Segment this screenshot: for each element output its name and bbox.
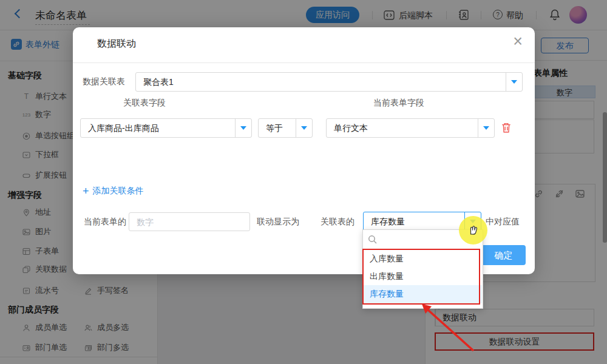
add-condition-link[interactable]: + 添加关联条件 [83, 186, 144, 197]
display-as-label: 联动显示为 [257, 217, 299, 228]
chevron-down-icon [235, 119, 251, 137]
relation-table-label: 数据关联表 [83, 76, 125, 87]
chevron-down-icon [478, 119, 494, 137]
condition-operator-select[interactable]: 等于 [258, 118, 313, 138]
condition-relation-field-select[interactable]: 入库商品-出库商品 [80, 118, 252, 138]
plus-icon: + [83, 186, 89, 197]
condition-current-field-select[interactable]: 单行文本 [326, 118, 495, 138]
divider [73, 62, 535, 63]
relation-of-label: 关联表的 [320, 217, 354, 228]
current-field-input[interactable] [129, 212, 250, 231]
close-icon[interactable]: × [513, 33, 523, 50]
delete-condition-icon[interactable] [501, 122, 512, 133]
suffix-label: 中对应值 [486, 217, 520, 228]
current-field-input-wrap [129, 212, 250, 231]
chevron-down-icon [296, 119, 312, 137]
annotation-red-rectangle [362, 249, 480, 305]
search-icon [368, 235, 378, 244]
annotation-red-arrow [407, 299, 480, 357]
relation-table-select[interactable]: 聚合表1 [135, 72, 523, 92]
column-header-relation-field: 关联表字段 [123, 98, 166, 109]
hand-cursor-icon [466, 221, 481, 236]
column-header-current-field: 当前表单字段 [373, 98, 424, 109]
modal-title: 数据联动 [97, 38, 136, 50]
chevron-down-icon [506, 73, 522, 91]
confirm-button[interactable]: 确定 [481, 245, 526, 265]
current-form-label: 当前表单的 [84, 217, 126, 228]
